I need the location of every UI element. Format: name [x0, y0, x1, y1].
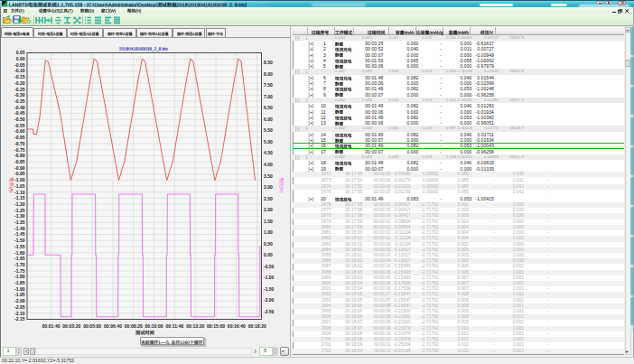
- svg-text:4.00: 4.00: [264, 162, 273, 167]
- svg-text:7.50: 7.50: [264, 82, 273, 88]
- svg-text:-1.55: -1.55: [14, 244, 25, 249]
- svg-text:-1.50: -1.50: [264, 286, 275, 292]
- svg-text:8.50: 8.50: [264, 60, 273, 65]
- svg-text:-1.15: -1.15: [14, 195, 25, 201]
- svg-text:-2.50: -2.50: [264, 309, 275, 314]
- svg-text:0.00: 0.00: [16, 56, 25, 61]
- svg-text:-0.40: -0.40: [14, 105, 25, 110]
- svg-text:00:03:20: 00:03:20: [62, 323, 80, 329]
- svg-text:2.00: 2.00: [264, 207, 273, 212]
- svg-text:-2.05: -2.05: [14, 304, 25, 310]
- svg-text:1.00: 1.00: [264, 229, 273, 235]
- svg-text:00:10:00: 00:10:00: [145, 323, 163, 329]
- svg-text:-2.15: -2.15: [14, 316, 25, 322]
- svg-text:-0.50: -0.50: [264, 264, 275, 269]
- svg-text:00:18:20: 00:18:20: [248, 323, 266, 329]
- svg-text:1.50: 1.50: [264, 219, 273, 224]
- svg-text:2.50: 2.50: [264, 196, 273, 201]
- svg-text:00:11:40: 00:11:40: [166, 323, 184, 329]
- svg-text:-0.15: -0.15: [14, 74, 25, 79]
- svg-text:3.00: 3.00: [264, 184, 273, 190]
- svg-text:-0.10: -0.10: [14, 68, 25, 73]
- svg-text:-1.00: -1.00: [264, 275, 275, 280]
- svg-text:00:16:40: 00:16:40: [228, 323, 246, 329]
- svg-text:-1.60: -1.60: [14, 250, 25, 256]
- svg-text:-0.05: -0.05: [14, 62, 25, 68]
- svg-text:5.50: 5.50: [264, 127, 273, 133]
- svg-text:00:01:40: 00:01:40: [42, 323, 60, 329]
- svg-text:-0.45: -0.45: [14, 110, 25, 116]
- svg-text:-1.90: -1.90: [14, 286, 25, 292]
- svg-text:-1.85: -1.85: [14, 280, 25, 285]
- svg-text:-2.00: -2.00: [264, 297, 275, 303]
- svg-text:-0.55: -0.55: [14, 123, 25, 128]
- svg-text:-1.20: -1.20: [14, 201, 25, 207]
- svg-text:7.00: 7.00: [264, 94, 273, 99]
- svg-text:8.00: 8.00: [264, 71, 273, 77]
- svg-text:-0.75: -0.75: [14, 147, 25, 153]
- svg-text:00:05:00: 00:05:00: [83, 323, 101, 329]
- svg-text:-1.65: -1.65: [14, 256, 25, 261]
- svg-text:00:13:20: 00:13:20: [186, 323, 204, 329]
- svg-text:-1.00: -1.00: [14, 177, 25, 182]
- svg-text:-1.10: -1.10: [14, 190, 25, 195]
- svg-text:-1.70: -1.70: [14, 262, 25, 267]
- svg-text:6.00: 6.00: [264, 117, 273, 122]
- svg-text:0.50: 0.50: [264, 241, 273, 247]
- svg-text:-0.85: -0.85: [14, 159, 25, 164]
- svg-text:-1.95: -1.95: [14, 292, 25, 297]
- svg-text:-0.70: -0.70: [14, 141, 25, 146]
- svg-text:00:06:40: 00:06:40: [104, 323, 122, 329]
- svg-text:0.00: 0.00: [264, 252, 273, 257]
- svg-text:0.05: 0.05: [16, 50, 25, 55]
- svg-text:-2.10: -2.10: [14, 311, 25, 316]
- svg-text:-0.20: -0.20: [14, 80, 25, 86]
- svg-text:-1.80: -1.80: [14, 274, 25, 279]
- svg-text:00:15:00: 00:15:00: [207, 323, 225, 329]
- svg-text:-0.35: -0.35: [14, 98, 25, 104]
- svg-text:-0.65: -0.65: [14, 135, 25, 140]
- svg-text:-0.60: -0.60: [14, 128, 25, 134]
- svg-text:-1.40: -1.40: [14, 226, 25, 231]
- svg-text:-0.90: -0.90: [14, 165, 25, 171]
- svg-text:-1.30: -1.30: [14, 213, 25, 219]
- svg-text:6.50: 6.50: [264, 105, 273, 110]
- svg-text:-1.75: -1.75: [14, 268, 25, 274]
- svg-text:-2.00: -2.00: [14, 298, 25, 303]
- svg-text:4.50: 4.50: [264, 150, 273, 155]
- svg-text:3.50: 3.50: [264, 173, 273, 179]
- svg-text:-1.35: -1.35: [14, 219, 25, 225]
- svg-text:-0.80: -0.80: [14, 153, 25, 158]
- svg-text:-1.05: -1.05: [14, 183, 25, 189]
- svg-text:00:08:20: 00:08:20: [125, 323, 143, 329]
- svg-text:-0.95: -0.95: [14, 171, 25, 176]
- svg-text:-0.30: -0.30: [14, 92, 25, 98]
- svg-text:-1.45: -1.45: [14, 231, 25, 237]
- svg-text:-1.25: -1.25: [14, 208, 25, 213]
- svg-text:-0.25: -0.25: [14, 87, 25, 92]
- svg-text:5.00: 5.00: [264, 139, 273, 145]
- svg-text:-1.50: -1.50: [14, 238, 25, 243]
- svg-text:-0.50: -0.50: [14, 117, 25, 122]
